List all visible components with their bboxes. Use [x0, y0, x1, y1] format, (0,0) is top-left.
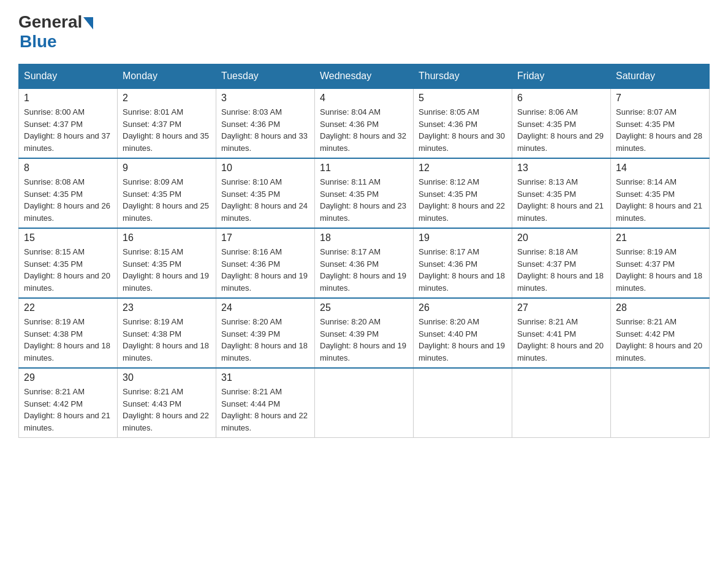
day-cell [315, 368, 414, 438]
week-row-2: 8 Sunrise: 8:08 AMSunset: 4:35 PMDayligh… [19, 158, 710, 228]
week-row-1: 1 Sunrise: 8:00 AMSunset: 4:37 PMDayligh… [19, 88, 710, 158]
day-number: 19 [419, 232, 507, 243]
day-number: 9 [123, 163, 211, 174]
day-info: Sunrise: 8:20 AMSunset: 4:39 PMDaylight:… [221, 316, 309, 364]
day-number: 20 [517, 232, 605, 243]
day-number: 6 [517, 93, 605, 104]
day-number: 2 [123, 93, 211, 104]
day-number: 30 [123, 372, 211, 383]
day-info: Sunrise: 8:19 AMSunset: 4:38 PMDaylight:… [24, 316, 112, 364]
day-info: Sunrise: 8:19 AMSunset: 4:38 PMDaylight:… [123, 316, 211, 364]
day-cell: 8 Sunrise: 8:08 AMSunset: 4:35 PMDayligh… [19, 158, 118, 228]
day-info: Sunrise: 8:06 AMSunset: 4:35 PMDaylight:… [517, 106, 605, 154]
day-info: Sunrise: 8:20 AMSunset: 4:40 PMDaylight:… [419, 316, 507, 364]
day-number: 7 [616, 93, 704, 104]
day-cell: 4 Sunrise: 8:04 AMSunset: 4:36 PMDayligh… [315, 88, 414, 158]
day-number: 29 [24, 372, 112, 383]
day-cell [512, 368, 611, 438]
day-cell: 7 Sunrise: 8:07 AMSunset: 4:35 PMDayligh… [611, 88, 710, 158]
day-cell: 30 Sunrise: 8:21 AMSunset: 4:43 PMDaylig… [118, 368, 216, 438]
day-number: 16 [123, 232, 211, 243]
day-cell: 20 Sunrise: 8:18 AMSunset: 4:37 PMDaylig… [512, 228, 611, 298]
day-cell: 31 Sunrise: 8:21 AMSunset: 4:44 PMDaylig… [216, 368, 315, 438]
day-info: Sunrise: 8:08 AMSunset: 4:35 PMDaylight:… [24, 176, 112, 224]
day-number: 14 [616, 163, 704, 174]
logo-general-text: General [18, 12, 82, 32]
page-header: General Blue [18, 12, 710, 52]
logo-arrow-icon [83, 17, 93, 29]
day-cell: 6 Sunrise: 8:06 AMSunset: 4:35 PMDayligh… [512, 88, 611, 158]
day-cell: 19 Sunrise: 8:17 AMSunset: 4:36 PMDaylig… [414, 228, 512, 298]
day-cell: 9 Sunrise: 8:09 AMSunset: 4:35 PMDayligh… [118, 158, 216, 228]
week-row-4: 22 Sunrise: 8:19 AMSunset: 4:38 PMDaylig… [19, 298, 710, 368]
day-number: 26 [419, 302, 507, 313]
day-cell: 13 Sunrise: 8:13 AMSunset: 4:35 PMDaylig… [512, 158, 611, 228]
day-number: 15 [24, 232, 112, 243]
day-info: Sunrise: 8:16 AMSunset: 4:36 PMDaylight:… [221, 246, 309, 294]
day-info: Sunrise: 8:17 AMSunset: 4:36 PMDaylight:… [419, 246, 507, 294]
day-info: Sunrise: 8:20 AMSunset: 4:39 PMDaylight:… [320, 316, 408, 364]
day-cell: 24 Sunrise: 8:20 AMSunset: 4:39 PMDaylig… [216, 298, 315, 368]
day-info: Sunrise: 8:21 AMSunset: 4:42 PMDaylight:… [616, 316, 704, 364]
day-info: Sunrise: 8:14 AMSunset: 4:35 PMDaylight:… [616, 176, 704, 224]
day-number: 8 [24, 163, 112, 174]
day-info: Sunrise: 8:18 AMSunset: 4:37 PMDaylight:… [517, 246, 605, 294]
day-number: 17 [221, 232, 309, 243]
day-cell: 26 Sunrise: 8:20 AMSunset: 4:40 PMDaylig… [414, 298, 512, 368]
day-info: Sunrise: 8:12 AMSunset: 4:35 PMDaylight:… [419, 176, 507, 224]
day-number: 18 [320, 232, 408, 243]
day-info: Sunrise: 8:07 AMSunset: 4:35 PMDaylight:… [616, 106, 704, 154]
day-cell: 23 Sunrise: 8:19 AMSunset: 4:38 PMDaylig… [118, 298, 216, 368]
day-info: Sunrise: 8:04 AMSunset: 4:36 PMDaylight:… [320, 106, 408, 154]
day-info: Sunrise: 8:09 AMSunset: 4:35 PMDaylight:… [123, 176, 211, 224]
col-header-friday: Friday [512, 64, 611, 89]
day-cell: 17 Sunrise: 8:16 AMSunset: 4:36 PMDaylig… [216, 228, 315, 298]
day-number: 4 [320, 93, 408, 104]
day-number: 11 [320, 163, 408, 174]
day-info: Sunrise: 8:21 AMSunset: 4:44 PMDaylight:… [221, 386, 309, 434]
day-cell: 15 Sunrise: 8:15 AMSunset: 4:35 PMDaylig… [19, 228, 118, 298]
day-cell: 22 Sunrise: 8:19 AMSunset: 4:38 PMDaylig… [19, 298, 118, 368]
day-cell: 11 Sunrise: 8:11 AMSunset: 4:35 PMDaylig… [315, 158, 414, 228]
day-cell: 14 Sunrise: 8:14 AMSunset: 4:35 PMDaylig… [611, 158, 710, 228]
calendar-table: SundayMondayTuesdayWednesdayThursdayFrid… [18, 64, 710, 438]
col-header-wednesday: Wednesday [315, 64, 414, 89]
day-info: Sunrise: 8:03 AMSunset: 4:36 PMDaylight:… [221, 106, 309, 154]
logo-blue-text: Blue [20, 32, 57, 52]
day-number: 31 [221, 372, 309, 383]
day-number: 1 [24, 93, 112, 104]
col-header-tuesday: Tuesday [216, 64, 315, 89]
day-number: 25 [320, 302, 408, 313]
day-info: Sunrise: 8:00 AMSunset: 4:37 PMDaylight:… [24, 106, 112, 154]
day-cell: 28 Sunrise: 8:21 AMSunset: 4:42 PMDaylig… [611, 298, 710, 368]
col-header-thursday: Thursday [414, 64, 512, 89]
day-number: 24 [221, 302, 309, 313]
day-info: Sunrise: 8:05 AMSunset: 4:36 PMDaylight:… [419, 106, 507, 154]
day-cell: 16 Sunrise: 8:15 AMSunset: 4:35 PMDaylig… [118, 228, 216, 298]
day-info: Sunrise: 8:17 AMSunset: 4:36 PMDaylight:… [320, 246, 408, 294]
day-number: 12 [419, 163, 507, 174]
day-number: 28 [616, 302, 704, 313]
day-number: 3 [221, 93, 309, 104]
week-row-3: 15 Sunrise: 8:15 AMSunset: 4:35 PMDaylig… [19, 228, 710, 298]
day-info: Sunrise: 8:01 AMSunset: 4:37 PMDaylight:… [123, 106, 211, 154]
day-info: Sunrise: 8:10 AMSunset: 4:35 PMDaylight:… [221, 176, 309, 224]
day-cell: 1 Sunrise: 8:00 AMSunset: 4:37 PMDayligh… [19, 88, 118, 158]
day-cell: 12 Sunrise: 8:12 AMSunset: 4:35 PMDaylig… [414, 158, 512, 228]
day-number: 21 [616, 232, 704, 243]
day-info: Sunrise: 8:21 AMSunset: 4:43 PMDaylight:… [123, 386, 211, 434]
day-cell [611, 368, 710, 438]
day-cell: 2 Sunrise: 8:01 AMSunset: 4:37 PMDayligh… [118, 88, 216, 158]
day-info: Sunrise: 8:21 AMSunset: 4:41 PMDaylight:… [517, 316, 605, 364]
day-cell [414, 368, 512, 438]
day-cell: 3 Sunrise: 8:03 AMSunset: 4:36 PMDayligh… [216, 88, 315, 158]
day-cell: 29 Sunrise: 8:21 AMSunset: 4:42 PMDaylig… [19, 368, 118, 438]
logo: General Blue [18, 12, 93, 52]
day-cell: 27 Sunrise: 8:21 AMSunset: 4:41 PMDaylig… [512, 298, 611, 368]
day-cell: 21 Sunrise: 8:19 AMSunset: 4:37 PMDaylig… [611, 228, 710, 298]
day-info: Sunrise: 8:11 AMSunset: 4:35 PMDaylight:… [320, 176, 408, 224]
day-number: 10 [221, 163, 309, 174]
day-number: 27 [517, 302, 605, 313]
day-cell: 5 Sunrise: 8:05 AMSunset: 4:36 PMDayligh… [414, 88, 512, 158]
day-number: 22 [24, 302, 112, 313]
